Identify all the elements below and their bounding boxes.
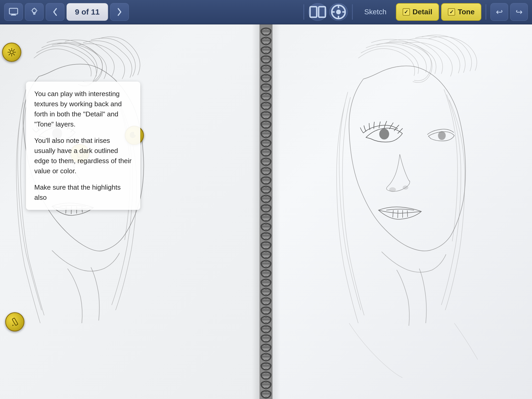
columns-button[interactable] xyxy=(308,3,327,21)
svg-point-24 xyxy=(10,51,13,54)
spiral-ring xyxy=(261,204,271,212)
svg-line-40 xyxy=(393,210,393,217)
svg-line-30 xyxy=(13,54,15,55)
svg-rect-35 xyxy=(12,318,18,325)
undo-icon: ↩ xyxy=(496,7,503,17)
spiral-ring xyxy=(261,158,271,166)
spiral-ring xyxy=(261,121,271,129)
divider-3 xyxy=(486,4,486,20)
svg-point-3 xyxy=(32,9,36,13)
toolbar: 9 of 11 Sketch ✓ Detail ✓ Tone xyxy=(0,0,532,24)
page-counter-label: 9 of 11 xyxy=(75,8,99,16)
forward-button[interactable] xyxy=(110,3,129,21)
svg-point-37 xyxy=(438,131,445,140)
spiral-ring xyxy=(261,139,271,148)
spiral-ring xyxy=(261,279,271,287)
svg-rect-0 xyxy=(9,8,18,14)
svg-line-31 xyxy=(9,54,10,55)
undo-button[interactable]: ↩ xyxy=(490,3,508,21)
pen-button[interactable] xyxy=(329,3,348,21)
spiral-ring xyxy=(261,362,271,371)
info-text-3: Make sure that the highlights also xyxy=(34,182,132,203)
detail-tab-label: Detail xyxy=(413,8,432,16)
main-content: You can play with interesting textures b… xyxy=(0,24,532,399)
tone-tab[interactable]: ✓ Tone xyxy=(441,3,481,21)
spiral-ring xyxy=(261,93,271,101)
spiral-ring xyxy=(261,74,271,82)
spiral-ring xyxy=(261,288,271,296)
spiral-ring xyxy=(261,65,271,73)
spiral-ring xyxy=(261,325,271,334)
spiral-ring xyxy=(261,353,271,361)
spiral-ring xyxy=(261,167,271,175)
spiral-ring xyxy=(261,214,271,222)
redo-icon: ↪ xyxy=(516,7,523,17)
svg-line-29 xyxy=(9,49,10,51)
spiral-ring xyxy=(261,186,271,194)
pencil-tool-button[interactable] xyxy=(5,312,24,331)
redo-button[interactable]: ↪ xyxy=(510,3,528,21)
svg-point-39 xyxy=(403,186,408,189)
sketch-tab[interactable]: Sketch xyxy=(357,3,394,21)
tone-checkbox[interactable]: ✓ xyxy=(448,8,455,16)
right-sketch xyxy=(272,24,532,399)
info-popup: You can play with interesting textures b… xyxy=(26,82,140,210)
spiral-ring xyxy=(261,28,271,36)
svg-line-43 xyxy=(407,210,408,217)
spiral-ring xyxy=(261,223,271,231)
spiral-ring xyxy=(261,148,271,157)
spiral-ring xyxy=(261,241,271,250)
spiral-ring xyxy=(261,232,271,241)
svg-line-32 xyxy=(13,49,15,51)
detail-checkbox[interactable]: ✓ xyxy=(403,8,410,16)
divider-1 xyxy=(303,4,304,20)
svg-rect-9 xyxy=(310,7,317,17)
page-counter: 9 of 11 xyxy=(66,3,108,21)
spiral-ring xyxy=(261,307,271,315)
spiral-ring xyxy=(261,83,271,92)
spiral-ring xyxy=(261,55,271,64)
spiral-ring xyxy=(261,130,271,138)
info-text-1: You can play with interesting textures b… xyxy=(34,89,132,129)
spiral-ring xyxy=(261,334,271,343)
spiral-ring xyxy=(261,37,271,45)
spiral-ring xyxy=(261,297,271,305)
svg-point-38 xyxy=(389,188,396,192)
spiral-ring xyxy=(261,46,271,55)
back-button[interactable] xyxy=(46,3,64,21)
spiral-ring xyxy=(261,102,271,110)
spiral-ring xyxy=(261,176,271,185)
settings-tool-button[interactable] xyxy=(2,43,21,62)
divider-2 xyxy=(352,4,353,20)
sketch-tab-label: Sketch xyxy=(364,8,387,16)
tone-tab-label: Tone xyxy=(458,8,475,16)
spiral-ring xyxy=(261,381,271,389)
svg-point-12 xyxy=(336,10,341,14)
svg-line-41 xyxy=(398,210,398,218)
monitor-button[interactable] xyxy=(4,3,23,21)
spiral-ring xyxy=(261,344,271,352)
detail-tab[interactable]: ✓ Detail xyxy=(396,3,439,21)
spiral-ring xyxy=(261,251,271,259)
spiral-ring xyxy=(261,260,271,268)
spiral-ring xyxy=(261,111,271,119)
svg-point-36 xyxy=(380,129,389,139)
spiral-binding xyxy=(260,24,272,399)
spiral-ring xyxy=(261,371,271,380)
left-sketch xyxy=(0,24,260,399)
spiral-ring xyxy=(261,269,271,278)
spiral-ring xyxy=(261,316,271,324)
left-page[interactable]: You can play with interesting textures b… xyxy=(0,24,260,399)
lightbulb-button[interactable] xyxy=(25,3,44,21)
svg-rect-10 xyxy=(319,7,325,17)
spiral-ring xyxy=(261,390,271,398)
right-page[interactable] xyxy=(272,24,532,399)
spiral-ring xyxy=(261,195,271,203)
info-text-2: You'll also note that irises usually hav… xyxy=(34,136,132,176)
